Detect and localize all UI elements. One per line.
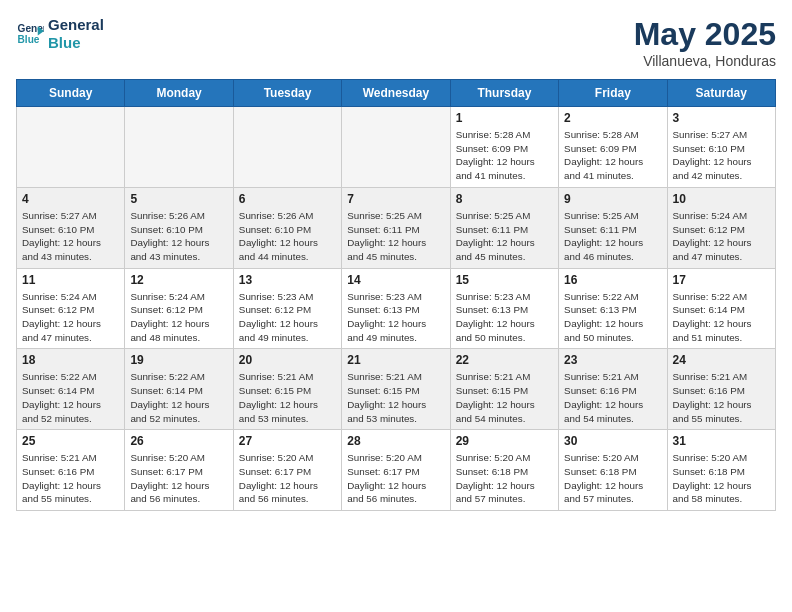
- day-info: Sunrise: 5:27 AM Sunset: 6:10 PM Dayligh…: [22, 209, 119, 264]
- day-number: 28: [347, 434, 444, 448]
- calendar-cell: 18Sunrise: 5:22 AM Sunset: 6:14 PM Dayli…: [17, 349, 125, 430]
- calendar-cell: 6Sunrise: 5:26 AM Sunset: 6:10 PM Daylig…: [233, 187, 341, 268]
- day-info: Sunrise: 5:21 AM Sunset: 6:15 PM Dayligh…: [347, 370, 444, 425]
- calendar-cell: 13Sunrise: 5:23 AM Sunset: 6:12 PM Dayli…: [233, 268, 341, 349]
- weekday-wednesday: Wednesday: [342, 80, 450, 107]
- weekday-thursday: Thursday: [450, 80, 558, 107]
- day-number: 13: [239, 273, 336, 287]
- day-number: 3: [673, 111, 770, 125]
- weekday-header-row: SundayMondayTuesdayWednesdayThursdayFrid…: [17, 80, 776, 107]
- calendar-cell: 4Sunrise: 5:27 AM Sunset: 6:10 PM Daylig…: [17, 187, 125, 268]
- calendar-cell: 22Sunrise: 5:21 AM Sunset: 6:15 PM Dayli…: [450, 349, 558, 430]
- day-info: Sunrise: 5:24 AM Sunset: 6:12 PM Dayligh…: [673, 209, 770, 264]
- day-info: Sunrise: 5:25 AM Sunset: 6:11 PM Dayligh…: [347, 209, 444, 264]
- day-number: 18: [22, 353, 119, 367]
- day-info: Sunrise: 5:27 AM Sunset: 6:10 PM Dayligh…: [673, 128, 770, 183]
- calendar-table: SundayMondayTuesdayWednesdayThursdayFrid…: [16, 79, 776, 511]
- logo-general: General: [48, 16, 104, 34]
- day-info: Sunrise: 5:22 AM Sunset: 6:14 PM Dayligh…: [22, 370, 119, 425]
- calendar-week-row: 11Sunrise: 5:24 AM Sunset: 6:12 PM Dayli…: [17, 268, 776, 349]
- day-info: Sunrise: 5:20 AM Sunset: 6:17 PM Dayligh…: [130, 451, 227, 506]
- calendar-cell: 3Sunrise: 5:27 AM Sunset: 6:10 PM Daylig…: [667, 107, 775, 188]
- day-number: 24: [673, 353, 770, 367]
- calendar-cell: 12Sunrise: 5:24 AM Sunset: 6:12 PM Dayli…: [125, 268, 233, 349]
- day-number: 22: [456, 353, 553, 367]
- calendar-cell: 17Sunrise: 5:22 AM Sunset: 6:14 PM Dayli…: [667, 268, 775, 349]
- day-info: Sunrise: 5:21 AM Sunset: 6:16 PM Dayligh…: [673, 370, 770, 425]
- day-info: Sunrise: 5:28 AM Sunset: 6:09 PM Dayligh…: [564, 128, 661, 183]
- calendar-cell: 1Sunrise: 5:28 AM Sunset: 6:09 PM Daylig…: [450, 107, 558, 188]
- day-number: 4: [22, 192, 119, 206]
- calendar-cell: 2Sunrise: 5:28 AM Sunset: 6:09 PM Daylig…: [559, 107, 667, 188]
- calendar-week-row: 1Sunrise: 5:28 AM Sunset: 6:09 PM Daylig…: [17, 107, 776, 188]
- calendar-cell: 30Sunrise: 5:20 AM Sunset: 6:18 PM Dayli…: [559, 430, 667, 511]
- day-info: Sunrise: 5:23 AM Sunset: 6:12 PM Dayligh…: [239, 290, 336, 345]
- logo-blue: Blue: [48, 34, 104, 52]
- day-number: 11: [22, 273, 119, 287]
- calendar-cell: 5Sunrise: 5:26 AM Sunset: 6:10 PM Daylig…: [125, 187, 233, 268]
- day-number: 12: [130, 273, 227, 287]
- day-number: 8: [456, 192, 553, 206]
- calendar-cell: [125, 107, 233, 188]
- day-number: 5: [130, 192, 227, 206]
- day-info: Sunrise: 5:22 AM Sunset: 6:14 PM Dayligh…: [130, 370, 227, 425]
- day-number: 30: [564, 434, 661, 448]
- day-number: 23: [564, 353, 661, 367]
- day-info: Sunrise: 5:22 AM Sunset: 6:14 PM Dayligh…: [673, 290, 770, 345]
- day-number: 17: [673, 273, 770, 287]
- day-number: 19: [130, 353, 227, 367]
- day-info: Sunrise: 5:25 AM Sunset: 6:11 PM Dayligh…: [456, 209, 553, 264]
- svg-text:Blue: Blue: [18, 34, 40, 45]
- calendar-cell: 10Sunrise: 5:24 AM Sunset: 6:12 PM Dayli…: [667, 187, 775, 268]
- calendar-cell: [233, 107, 341, 188]
- day-info: Sunrise: 5:20 AM Sunset: 6:18 PM Dayligh…: [456, 451, 553, 506]
- logo: General Blue General Blue: [16, 16, 104, 52]
- weekday-friday: Friday: [559, 80, 667, 107]
- day-number: 26: [130, 434, 227, 448]
- logo-icon: General Blue: [16, 20, 44, 48]
- day-info: Sunrise: 5:28 AM Sunset: 6:09 PM Dayligh…: [456, 128, 553, 183]
- day-info: Sunrise: 5:26 AM Sunset: 6:10 PM Dayligh…: [239, 209, 336, 264]
- weekday-sunday: Sunday: [17, 80, 125, 107]
- day-number: 31: [673, 434, 770, 448]
- day-number: 14: [347, 273, 444, 287]
- calendar-cell: 24Sunrise: 5:21 AM Sunset: 6:16 PM Dayli…: [667, 349, 775, 430]
- calendar-cell: 19Sunrise: 5:22 AM Sunset: 6:14 PM Dayli…: [125, 349, 233, 430]
- day-info: Sunrise: 5:21 AM Sunset: 6:16 PM Dayligh…: [22, 451, 119, 506]
- day-number: 10: [673, 192, 770, 206]
- calendar-cell: [17, 107, 125, 188]
- calendar-cell: 29Sunrise: 5:20 AM Sunset: 6:18 PM Dayli…: [450, 430, 558, 511]
- day-info: Sunrise: 5:24 AM Sunset: 6:12 PM Dayligh…: [130, 290, 227, 345]
- day-number: 29: [456, 434, 553, 448]
- day-info: Sunrise: 5:21 AM Sunset: 6:15 PM Dayligh…: [456, 370, 553, 425]
- page-header: General Blue General Blue May 2025 Villa…: [16, 16, 776, 69]
- day-info: Sunrise: 5:22 AM Sunset: 6:13 PM Dayligh…: [564, 290, 661, 345]
- calendar-cell: 8Sunrise: 5:25 AM Sunset: 6:11 PM Daylig…: [450, 187, 558, 268]
- day-info: Sunrise: 5:26 AM Sunset: 6:10 PM Dayligh…: [130, 209, 227, 264]
- calendar-week-row: 25Sunrise: 5:21 AM Sunset: 6:16 PM Dayli…: [17, 430, 776, 511]
- day-number: 6: [239, 192, 336, 206]
- day-number: 16: [564, 273, 661, 287]
- calendar-cell: [342, 107, 450, 188]
- calendar-cell: 26Sunrise: 5:20 AM Sunset: 6:17 PM Dayli…: [125, 430, 233, 511]
- calendar-cell: 16Sunrise: 5:22 AM Sunset: 6:13 PM Dayli…: [559, 268, 667, 349]
- calendar-cell: 7Sunrise: 5:25 AM Sunset: 6:11 PM Daylig…: [342, 187, 450, 268]
- day-info: Sunrise: 5:20 AM Sunset: 6:18 PM Dayligh…: [673, 451, 770, 506]
- day-info: Sunrise: 5:21 AM Sunset: 6:15 PM Dayligh…: [239, 370, 336, 425]
- day-info: Sunrise: 5:25 AM Sunset: 6:11 PM Dayligh…: [564, 209, 661, 264]
- calendar-cell: 27Sunrise: 5:20 AM Sunset: 6:17 PM Dayli…: [233, 430, 341, 511]
- weekday-saturday: Saturday: [667, 80, 775, 107]
- day-number: 21: [347, 353, 444, 367]
- title-block: May 2025 Villanueva, Honduras: [634, 16, 776, 69]
- day-number: 2: [564, 111, 661, 125]
- calendar-week-row: 4Sunrise: 5:27 AM Sunset: 6:10 PM Daylig…: [17, 187, 776, 268]
- weekday-monday: Monday: [125, 80, 233, 107]
- weekday-tuesday: Tuesday: [233, 80, 341, 107]
- calendar-cell: 14Sunrise: 5:23 AM Sunset: 6:13 PM Dayli…: [342, 268, 450, 349]
- calendar-week-row: 18Sunrise: 5:22 AM Sunset: 6:14 PM Dayli…: [17, 349, 776, 430]
- day-info: Sunrise: 5:20 AM Sunset: 6:17 PM Dayligh…: [347, 451, 444, 506]
- day-info: Sunrise: 5:24 AM Sunset: 6:12 PM Dayligh…: [22, 290, 119, 345]
- calendar-cell: 28Sunrise: 5:20 AM Sunset: 6:17 PM Dayli…: [342, 430, 450, 511]
- calendar-cell: 9Sunrise: 5:25 AM Sunset: 6:11 PM Daylig…: [559, 187, 667, 268]
- day-info: Sunrise: 5:23 AM Sunset: 6:13 PM Dayligh…: [347, 290, 444, 345]
